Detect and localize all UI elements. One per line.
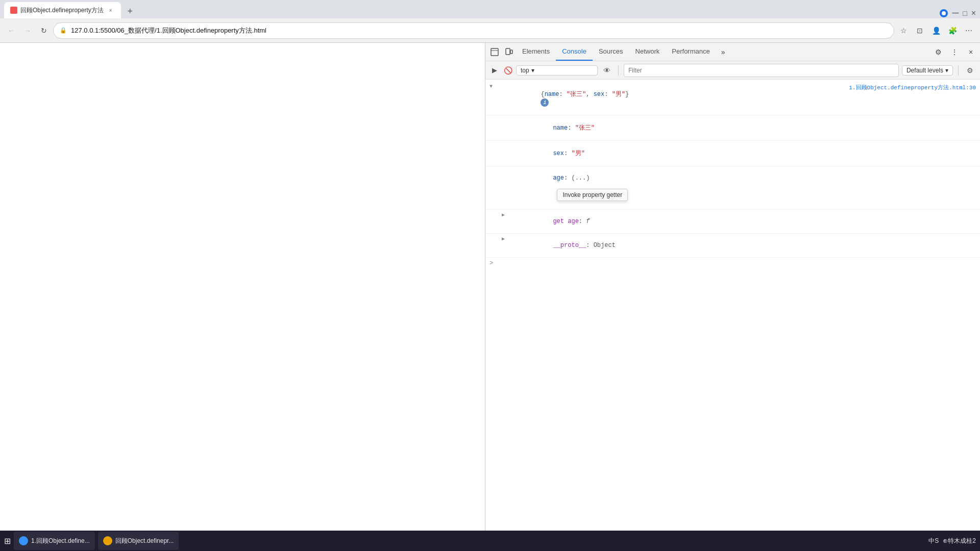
console-clear-button[interactable]: 🚫 — [503, 65, 513, 76]
devtools-right-icons: ⚙ ⋮ × — [931, 45, 978, 59]
context-label: top — [521, 67, 529, 74]
devtools-tabs: Elements Console Sources Network Perform… — [516, 43, 931, 61]
window-controls: ─ □ × — [940, 8, 980, 18]
devtools-settings-button[interactable]: ⚙ — [931, 45, 945, 59]
taskbar-item-vscode[interactable]: 1.回顾Object.define... — [14, 532, 95, 550]
object-brace-open: { — [541, 91, 544, 98]
nav-right-buttons: ☆ ⊡ 👤 🧩 ⋯ — [896, 23, 976, 38]
back-button[interactable]: ← — [4, 23, 18, 38]
toolbar-separator-2 — [958, 65, 959, 76]
source-link[interactable]: 1.回顾Object.defineproperty方法.html:30 — [849, 83, 976, 91]
proto-entry: ▶ __proto__: Object — [485, 234, 980, 258]
svg-rect-0 — [491, 48, 498, 56]
devtools-close-button[interactable]: × — [964, 45, 978, 59]
device-toolbar-button[interactable] — [502, 45, 516, 59]
console-entry-object: ▼ {name: "张三", sex: "男"} i 1.回顾Object.de… — [485, 82, 980, 115]
tab-sources[interactable]: Sources — [593, 43, 629, 61]
address-text: 127.0.0.1:5500/06_数据代理/1.回顾Object.define… — [71, 26, 888, 35]
taskbar-ime: 中S — [928, 537, 939, 545]
devtools-toolbar: Elements Console Sources Network Perform… — [485, 43, 980, 61]
maximize-button[interactable]: □ — [963, 9, 967, 17]
object-sex-key: sex — [594, 91, 605, 98]
tab-favicon — [10, 7, 17, 14]
more-tabs-button[interactable]: » — [716, 45, 730, 59]
getter-age-content: get age: f — [509, 211, 976, 232]
object-name-key: name — [545, 91, 559, 98]
age-prop-content: age: (...) Invoke property getter — [509, 167, 976, 208]
minimize-button[interactable]: ─ — [952, 8, 959, 18]
lock-icon: 🔒 — [60, 27, 67, 34]
main-content: Elements Console Sources Network Perform… — [0, 43, 980, 531]
levels-label: Default levels — [906, 67, 943, 74]
getter-age-entry: ▶ get age: f — [485, 210, 980, 234]
tab-close-button[interactable]: × — [107, 6, 115, 14]
taskbar-user: ⊕特木成桂2 — [943, 537, 976, 545]
proto-content: __proto__: Object — [509, 235, 976, 256]
sex-prop-content: sex: "男" — [509, 142, 976, 165]
close-button[interactable]: × — [971, 9, 976, 18]
browser-icon — [103, 536, 112, 545]
nav-bar: ← → ↻ 🔒 127.0.0.1:5500/06_数据代理/1.回顾Objec… — [0, 18, 980, 43]
tab-title: 回顾Object.defineproperty方法 — [20, 6, 104, 15]
bookmark-button[interactable]: ☆ — [896, 23, 911, 38]
address-bar[interactable]: 🔒 127.0.0.1:5500/06_数据代理/1.回顾Object.defi… — [53, 22, 894, 39]
inspect-element-button[interactable] — [487, 45, 502, 59]
live-expressions-button[interactable]: 👁 — [601, 64, 613, 77]
taskbar-vscode-label: 1.回顾Object.define... — [31, 537, 90, 545]
object-sex-val: "男" — [612, 91, 625, 98]
prompt-arrow-icon: > — [489, 260, 493, 267]
object-info-icon[interactable]: i — [541, 98, 549, 107]
filter-input[interactable] — [624, 64, 899, 77]
extensions-button[interactable]: 🧩 — [945, 23, 960, 38]
browser-window: 回顾Object.defineproperty方法 × + ─ □ × ← → … — [0, 0, 980, 551]
tab-elements[interactable]: Elements — [516, 43, 556, 61]
property-name-entry: ▶ name: "张三" — [485, 115, 980, 141]
start-button[interactable]: ⊞ — [4, 536, 11, 546]
svg-rect-2 — [510, 50, 512, 54]
taskbar-item-browser[interactable]: 回顾Object.definepr... — [98, 532, 179, 550]
object-expand-arrow[interactable]: ▼ — [489, 83, 497, 89]
console-prompt-line[interactable]: > — [485, 258, 980, 269]
taskbar-right: 中S ⊕特木成桂2 — [928, 537, 976, 545]
toolbar-separator — [618, 65, 619, 76]
getter-age-arrow[interactable]: ▶ — [502, 211, 509, 218]
page-area — [0, 43, 485, 531]
devtools-menu-button[interactable]: ⋮ — [947, 45, 962, 59]
chrome-icon — [940, 9, 948, 17]
tab-console[interactable]: Console — [556, 43, 593, 61]
entry-content: {name: "张三", sex: "男"} i — [497, 83, 849, 114]
collections-button[interactable]: ⊡ — [913, 23, 927, 38]
vscode-icon — [19, 536, 28, 545]
console-toolbar: ▶ 🚫 top ▾ 👁 Default levels ▾ ⚙ — [485, 61, 980, 80]
taskbar-browser-label: 回顾Object.definepr... — [115, 537, 174, 545]
profile-button[interactable]: 👤 — [929, 23, 943, 38]
proto-arrow[interactable]: ▶ — [502, 235, 509, 242]
browser-tab[interactable]: 回顾Object.defineproperty方法 × — [4, 2, 121, 18]
new-tab-button[interactable]: + — [123, 4, 137, 18]
console-play-button[interactable]: ▶ — [489, 65, 500, 76]
dropdown-arrow-icon: ▾ — [531, 67, 534, 74]
forward-button[interactable]: → — [20, 23, 35, 38]
tab-performance[interactable]: Performance — [666, 43, 716, 61]
property-age-entry: ▶ age: (...) Invoke property getter — [485, 166, 980, 210]
property-sex-entry: ▶ sex: "男" — [485, 141, 980, 166]
svg-rect-1 — [506, 48, 510, 55]
name-prop-content: name: "张三" — [509, 116, 976, 139]
console-settings-button[interactable]: ⚙ — [964, 64, 976, 77]
browser-menu-button[interactable]: ⋯ — [962, 23, 976, 38]
taskbar: ⊞ 1.回顾Object.define... 回顾Object.definepr… — [0, 531, 980, 551]
reload-button[interactable]: ↻ — [37, 23, 51, 38]
log-levels-button[interactable]: Default levels ▾ — [902, 65, 953, 76]
invoke-getter-tooltip[interactable]: Invoke property getter — [557, 189, 628, 201]
levels-arrow-icon: ▾ — [945, 67, 948, 74]
console-output: ▼ {name: "张三", sex: "男"} i 1.回顾Object.de… — [485, 80, 980, 531]
devtools-panel: Elements Console Sources Network Perform… — [485, 43, 980, 531]
object-name-val: "张三" — [567, 91, 586, 98]
tab-network[interactable]: Network — [629, 43, 666, 61]
context-selector[interactable]: top ▾ — [516, 65, 598, 76]
